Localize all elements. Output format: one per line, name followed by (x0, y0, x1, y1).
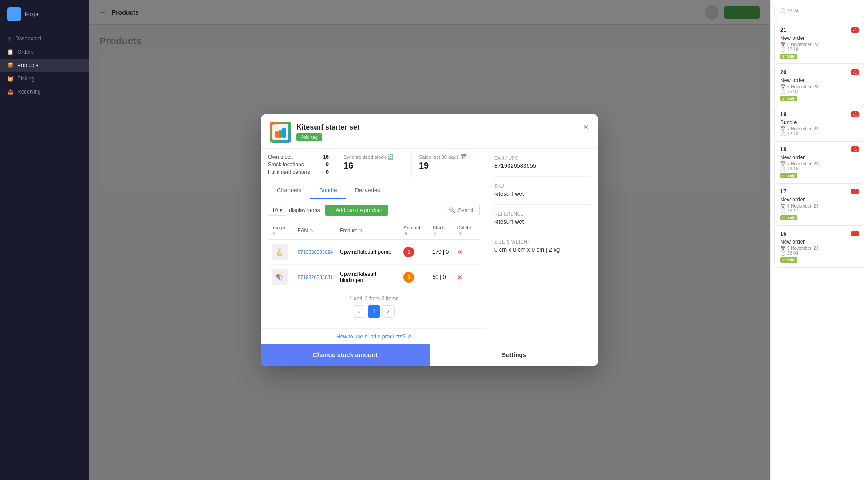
stock-own-section: Own stock 16 Stock locations 0 Fulfilmen… (268, 154, 329, 177)
notif-date: 📅 6 November '23 (780, 84, 859, 89)
settings-button[interactable]: Settings (430, 344, 599, 366)
notif-badge: -1 (851, 189, 859, 194)
notif-source: shopify (780, 173, 859, 178)
reference-field: Reference kitesurf-wet (494, 212, 591, 232)
page-1-button[interactable]: 1 (368, 305, 380, 318)
notif-header: 21 -1 (780, 27, 859, 33)
calendar-icon: 📅 (780, 42, 785, 47)
notif-time: 🕐 16:17 (780, 209, 859, 213)
table-row: 🪝 8719326583624 Upwind kitesurf pomp 1 1… (268, 240, 480, 265)
bundle-search-box[interactable]: 🔍 Search (444, 205, 480, 216)
notif-date: 📅 7 November '23 (780, 161, 859, 166)
sort-icon-ean[interactable]: ⇅ (310, 228, 313, 233)
notification-card[interactable]: 20 -1 New order 📅 6 November '23 🕐 16:02… (774, 64, 864, 106)
notif-source: shopify (780, 96, 859, 101)
prev-page-button[interactable]: ‹ (354, 305, 366, 318)
tab-channels[interactable]: Channels (268, 182, 310, 199)
notif-badge: -1 (851, 111, 859, 117)
shopify-badge: shopify (780, 54, 797, 59)
clock-icon: 🕐 (780, 166, 785, 171)
modal-left-panel: Own stock 16 Stock locations 0 Fulfilmen… (261, 149, 487, 344)
ean-upc-value: 8719326583655 (494, 162, 591, 169)
delete-button-1[interactable]: ✕ (457, 274, 462, 281)
sort-icon-product[interactable]: ⇅ (359, 228, 363, 233)
notification-card[interactable]: 18 -1 New order 📅 7 November '23 🕐 16:15… (774, 141, 864, 183)
size-weight-label: Size & weight (494, 240, 591, 244)
own-stock-value: 16 (323, 154, 329, 160)
modal-footer: Change stock amount Settings (261, 344, 598, 366)
sidebar-item-orders[interactable]: 📋 Orders (0, 45, 89, 59)
calendar-icon: 📅 (780, 84, 785, 89)
product-name-0: Upwind kitesurf pomp (340, 249, 391, 255)
sidebar-header: Picqer (0, 0, 89, 28)
cell-delete-1: ✕ (454, 265, 480, 290)
notification-top: 🕐 16:24 (774, 4, 864, 18)
bundle-toolbar: 10 ▾ display items + Add bundle product … (268, 205, 480, 216)
next-page-button[interactable]: › (382, 305, 395, 318)
notif-time: 🕐 16:15 (780, 166, 859, 171)
notif-number: 16 (780, 230, 786, 237)
modal-tabs: Channels Bundle Deliveries (261, 182, 487, 199)
notif-source: shopify (780, 54, 859, 59)
stock-summary: Own stock 16 Stock locations 0 Fulfilmen… (261, 149, 487, 182)
grid-icon: ⊞ (7, 35, 12, 42)
sort-icon-stock[interactable]: ⇅ (434, 231, 437, 236)
notif-badge: -1 (851, 69, 859, 75)
col-stock: Stock ⇅ (429, 221, 454, 240)
tab-bundle[interactable]: Bundle (310, 182, 346, 199)
sort-icon-delete[interactable]: ⇅ (458, 231, 462, 236)
bundle-help: How to use bundle products? ↗ (261, 328, 487, 344)
notif-title: New order (780, 197, 859, 203)
notification-card[interactable]: 17 -1 New order 📅 8 November '23 🕐 16:17… (774, 183, 864, 225)
clock-icon: 🕐 (780, 209, 785, 213)
sidebar-brand-text: Picqer (25, 11, 40, 17)
stock-value-1: 50 | 0 (433, 274, 446, 280)
sidebar-item-dashboard[interactable]: ⊞ Dashboard (0, 32, 89, 45)
notif-title: New order (780, 239, 859, 245)
pagination: ‹ 1 › (268, 305, 480, 318)
clock-icon: 🕐 (780, 251, 785, 256)
products-icon: 📦 (7, 62, 14, 68)
fulfilment-centers-label: Fulfilment centers (268, 169, 310, 175)
notification-card[interactable]: 21 -1 New order 📅 6 November '23 🕐 12:18… (774, 22, 864, 64)
bundle-help-link[interactable]: How to use bundle products? ↗ (336, 334, 411, 340)
notif-source: shopify (780, 257, 859, 263)
display-count-select[interactable]: 10 ▾ (268, 205, 286, 216)
orders-icon: 📋 (7, 49, 14, 55)
sidebar-item-products[interactable]: 📦 Products (0, 59, 89, 72)
stock-sales-section: Sales last 30 days 📅 19 (411, 154, 480, 177)
sort-icon-image[interactable]: ⇅ (272, 231, 276, 236)
notif-header: 16 -1 (780, 230, 859, 237)
notif-time: 🕐 16:02 (780, 89, 859, 94)
ean-link-1[interactable]: 8719326583631 (298, 275, 333, 280)
notifications-panel: 🕐 16:24 21 -1 New order 📅 6 November '23… (770, 0, 868, 480)
display-count-value: 10 (272, 207, 278, 213)
modal-close-button[interactable]: × (580, 122, 591, 132)
ean-upc-label: EAN / UPC (494, 156, 591, 161)
add-bundle-product-button[interactable]: + Add bundle product (325, 205, 388, 216)
refresh-icon: 🔄 (387, 154, 394, 160)
col-product: Product ⇅ (336, 221, 400, 240)
add-tag-button[interactable]: Add tag (296, 133, 322, 141)
product-name-1: Upwind kitesurf bindingen (340, 271, 376, 283)
cell-image-1: 🪁 (268, 265, 294, 290)
sidebar-nav: ⊞ Dashboard 📋 Orders 📦 Products 🧺 Pickin… (0, 28, 89, 102)
delete-button-0[interactable]: ✕ (457, 248, 462, 256)
chevron-down-icon: ▾ (280, 207, 282, 213)
notification-card[interactable]: 19 -1 Bundle 📅 7 November '23 🕐 12:13 (774, 106, 864, 141)
tab-deliveries[interactable]: Deliveries (346, 182, 389, 199)
change-stock-button[interactable]: Change stock amount (261, 344, 430, 366)
size-weight-field: Size & weight 0 cm x 0 cm x 0 cm | 2 kg (494, 240, 591, 260)
notification-card[interactable]: 16 -1 New order 📅 9 November '23 🕐 12:04… (774, 225, 864, 268)
picking-icon: 🧺 (7, 75, 14, 82)
main-area: ← Products Products (89, 0, 770, 480)
calendar-icon: 📅 (780, 246, 785, 251)
ean-upc-field: EAN / UPC 8719326583655 (494, 156, 591, 177)
sidebar-item-receiving[interactable]: 📥 Receiving (0, 85, 89, 98)
ean-link-0[interactable]: 8719326583624 (298, 249, 333, 255)
stock-locations-row: Stock locations 0 (268, 161, 329, 168)
sort-icon-amount[interactable]: ⇅ (404, 231, 408, 236)
sidebar-item-picking[interactable]: 🧺 Picking (0, 72, 89, 85)
own-stock-row: Own stock 16 (268, 154, 329, 160)
notif-time: 🕐 12:18 (780, 47, 859, 52)
